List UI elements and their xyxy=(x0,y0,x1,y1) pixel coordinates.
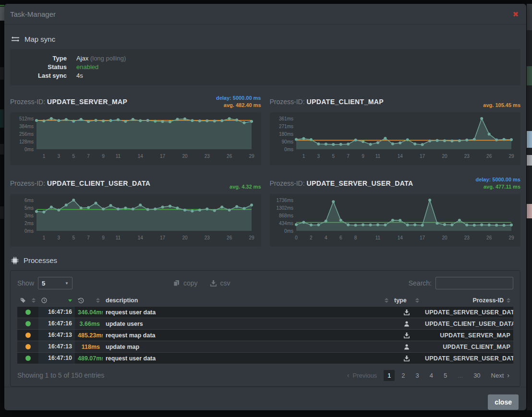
history-icon xyxy=(78,298,84,304)
chart-panel: 6ms5ms3ms2ms0ms1357911141720232629 xyxy=(10,194,261,247)
row-description: request user data xyxy=(103,309,391,316)
copy-button[interactable]: copy xyxy=(173,279,198,287)
clock-icon xyxy=(41,298,47,303)
svg-text:2: 2 xyxy=(310,235,313,240)
header-type[interactable]: type xyxy=(391,297,422,304)
last-sync-label: Last sync xyxy=(10,71,67,80)
svg-text:14: 14 xyxy=(138,154,144,159)
pagination-page[interactable]: 2 xyxy=(398,370,409,381)
server-download-icon xyxy=(404,356,410,361)
svg-text:26: 26 xyxy=(227,154,232,159)
svg-text:11: 11 xyxy=(116,235,121,240)
svg-text:14: 14 xyxy=(397,235,403,240)
svg-text:29: 29 xyxy=(249,154,254,159)
svg-text:6: 6 xyxy=(339,235,342,240)
avg-label: avg. 482.40 ms xyxy=(216,102,261,109)
svg-text:7: 7 xyxy=(347,154,350,159)
row-duration: 3.66ms xyxy=(75,321,103,327)
svg-text:180ms: 180ms xyxy=(278,131,293,137)
row-process-id: UPDATE_CLIENT_MAP xyxy=(422,344,513,350)
row-time: 16:47:16 xyxy=(38,307,75,318)
row-process-id: UPDATE_CLIENT_USER_DATA xyxy=(422,321,513,327)
svg-text:14: 14 xyxy=(397,154,403,159)
backdrop-fragment xyxy=(527,218,532,410)
sort-icons xyxy=(385,298,388,303)
delay-label xyxy=(230,176,261,183)
svg-text:29: 29 xyxy=(508,235,514,240)
chip-icon xyxy=(11,257,19,264)
svg-text:1302ms: 1302ms xyxy=(276,205,293,211)
svg-text:512ms: 512ms xyxy=(19,116,34,121)
row-time: 16:47:16 xyxy=(38,318,75,329)
svg-text:90ms: 90ms xyxy=(281,139,293,144)
svg-text:26: 26 xyxy=(227,235,232,240)
search-label: Search: xyxy=(409,279,432,287)
table-row: 16:47:10 489.07ms request user data UPDA… xyxy=(17,353,513,364)
backdrop-scrollbar[interactable] xyxy=(527,4,532,30)
svg-text:17: 17 xyxy=(420,235,425,240)
pagination-page[interactable]: 3 xyxy=(412,370,423,381)
backdrop-fragment xyxy=(527,131,532,148)
sort-icons xyxy=(415,298,419,303)
svg-text:271ms: 271ms xyxy=(278,124,293,129)
backdrop-fragment xyxy=(0,67,4,80)
chart-update-server-user-data: 1736ms1302ms868ms434ms0ms024681114172023… xyxy=(272,195,515,243)
type-label: Type xyxy=(10,54,67,63)
header-description[interactable]: description xyxy=(103,297,391,304)
sort-icons xyxy=(96,298,100,303)
row-duration: 485.23ms xyxy=(75,332,103,339)
pagination-page[interactable]: 30 xyxy=(470,370,484,381)
row-time: 16:47:10 xyxy=(38,353,75,364)
pagination-page[interactable]: 1 xyxy=(384,370,395,381)
page-size-select[interactable]: 5 ▼ xyxy=(38,277,73,289)
svg-text:0: 0 xyxy=(295,235,298,240)
svg-text:5: 5 xyxy=(72,235,75,240)
svg-text:20: 20 xyxy=(182,154,188,159)
backdrop-fragment xyxy=(0,7,4,21)
header-status[interactable] xyxy=(17,298,38,303)
row-duration: 346.04ms xyxy=(75,309,103,316)
modal-footer: close xyxy=(4,387,526,417)
avg-label: avg. 4.32 ms xyxy=(230,183,261,191)
svg-text:20: 20 xyxy=(442,235,447,240)
chart-panel: 361ms271ms180ms90ms0ms135791114172023262… xyxy=(270,112,521,165)
svg-text:8: 8 xyxy=(354,235,357,240)
header-process-id[interactable]: Prozess-ID xyxy=(422,297,513,304)
svg-text:1: 1 xyxy=(43,235,46,240)
delay-label: delay: 5000.00 ms xyxy=(475,176,520,183)
svg-text:14: 14 xyxy=(138,235,144,240)
pagination-next[interactable]: Next › xyxy=(487,369,513,381)
backdrop-fragment xyxy=(527,30,532,66)
close-button[interactable]: close xyxy=(488,394,519,410)
pagination-previous[interactable]: ‹ Previous xyxy=(343,369,381,381)
row-process-id: UPDATE_SERVER_USER_DATA xyxy=(422,355,513,362)
table-row: 16:47:16 346.04ms request user data UPDA… xyxy=(17,307,513,318)
chart-title: Prozess-ID: UPDATE_SERVER_MAP xyxy=(10,98,127,106)
row-process-id: UPDATE_SERVER_MAP xyxy=(422,332,513,339)
charts-grid: Prozess-ID: UPDATE_SERVER_MAP delay: 500… xyxy=(10,93,520,247)
svg-text:9: 9 xyxy=(102,154,105,159)
chart-cell-update-server-user-data: Prozess-ID: UPDATE_SERVER_USER_DATA dela… xyxy=(270,175,521,247)
map-sync-type-row: Type Ajax (long polling) xyxy=(10,54,520,63)
processes-table: description type Prozess-ID 16:47 xyxy=(17,295,513,364)
pagination-page[interactable]: 4 xyxy=(426,370,437,381)
header-time[interactable] xyxy=(38,298,75,303)
pagination-page[interactable]: 5 xyxy=(440,370,451,381)
close-icon[interactable]: ✖ xyxy=(512,11,519,18)
client-user-icon xyxy=(404,321,410,327)
header-duration[interactable] xyxy=(75,298,103,304)
table-controls: Show 5 ▼ copy xyxy=(17,276,513,290)
svg-text:20: 20 xyxy=(182,235,188,240)
search-input[interactable] xyxy=(435,277,513,289)
processes-panel: Show 5 ▼ copy xyxy=(10,270,520,387)
task-manager-modal: Task-Manager ✖ Map sync Type Ajax (long … xyxy=(4,4,526,410)
backdrop-fragment xyxy=(0,5,4,6)
table-row: 16:47:16 3.66ms update users UPDATE_CLIE… xyxy=(17,318,513,330)
status-dot xyxy=(25,344,31,349)
svg-text:7: 7 xyxy=(87,235,90,240)
pagination-ellipsis: ... xyxy=(454,370,467,381)
csv-button[interactable]: csv xyxy=(210,279,230,287)
row-type xyxy=(391,333,422,338)
svg-text:20: 20 xyxy=(442,154,447,159)
processes-heading: Processes xyxy=(11,256,520,264)
